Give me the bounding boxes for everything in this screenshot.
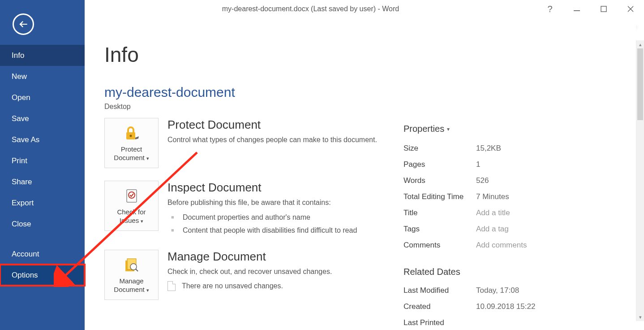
- manage-note-text: There are no unsaved changes.: [182, 282, 283, 290]
- manage-document-button[interactable]: Manage Document▾: [104, 250, 159, 300]
- page-title: Info: [104, 43, 636, 67]
- inspect-bullets: Document properties and author's name Co…: [167, 211, 357, 237]
- prop-key: Last Modified: [404, 286, 476, 295]
- document-location: Desktop: [104, 103, 636, 111]
- vertical-scrollbar[interactable]: ▴ ▾: [636, 40, 644, 321]
- prop-row-created: Created10.09.2018 15:22: [404, 299, 618, 315]
- prop-row-size: Size15,2KB: [404, 140, 618, 156]
- prop-key: Pages: [404, 160, 476, 169]
- properties-heading[interactable]: Properties▾: [404, 124, 618, 134]
- sidebar-item-new[interactable]: New: [0, 66, 85, 87]
- prop-key: Title: [404, 208, 476, 217]
- svg-rect-0: [574, 10, 580, 11]
- sidebar-item-export[interactable]: Export: [0, 192, 85, 213]
- prop-val: Today, 17:08: [476, 286, 519, 295]
- prop-row-editing-time: Total Editing Time7 Minutes: [404, 189, 618, 205]
- document-check-icon: [123, 187, 141, 205]
- check-button-label: Check for Issues▾: [107, 208, 156, 225]
- inspect-bullet: Document properties and author's name: [167, 211, 357, 224]
- prop-val: Add comments: [476, 241, 527, 250]
- manage-text: Manage Document Check in, check out, and…: [167, 250, 332, 291]
- prop-row-pages: Pages1: [404, 156, 618, 173]
- sidebar-item-label: Close: [12, 220, 31, 229]
- inspect-bullet: Content that people with disabilities fi…: [167, 224, 357, 237]
- svg-point-3: [129, 135, 132, 137]
- prop-key: Words: [404, 176, 476, 185]
- sidebar-item-label: Open: [12, 93, 30, 102]
- scroll-thumb[interactable]: [637, 48, 643, 120]
- prop-val: Add a title: [476, 208, 510, 217]
- main-content: Info my-dearest-document Desktop Protect…: [85, 18, 636, 330]
- sidebar-item-print[interactable]: Print: [0, 150, 85, 171]
- sidebar-item-save[interactable]: Save: [0, 108, 85, 129]
- protect-title: Protect Document: [167, 118, 377, 132]
- prop-key: Tags: [404, 225, 476, 234]
- prop-row-last-modified: Last ModifiedToday, 17:08: [404, 282, 618, 299]
- prop-key: Size: [404, 144, 476, 153]
- inspect-title: Inspect Document: [167, 181, 357, 195]
- sidebar-item-open[interactable]: Open: [0, 87, 85, 108]
- inspect-text: Inspect Document Before publishing this …: [167, 181, 357, 237]
- manage-button-label: Manage Document▾: [107, 277, 156, 294]
- prop-val: 7 Minutes: [476, 192, 509, 201]
- sidebar-item-label: Account: [12, 250, 39, 259]
- window-title: my-dearest-document.docx (Last saved by …: [85, 5, 537, 13]
- prop-row-comments[interactable]: CommentsAdd comments: [404, 237, 618, 253]
- backstage-sidebar: Info New Open Save Save As Print Share E…: [0, 0, 85, 330]
- manage-desc: Check in, check out, and recover unsaved…: [167, 266, 332, 277]
- svg-point-5: [129, 192, 135, 198]
- scroll-down-arrow[interactable]: ▾: [636, 313, 644, 321]
- document-name[interactable]: my-dearest-document: [104, 85, 636, 100]
- svg-rect-1: [601, 6, 606, 12]
- sidebar-item-label: Share: [12, 178, 32, 187]
- help-icon[interactable]: ?: [537, 0, 563, 18]
- check-for-issues-button[interactable]: Check for Issues▾: [104, 181, 159, 231]
- inspect-desc: Before publishing this file, be aware th…: [167, 197, 357, 208]
- sidebar-item-label: Info: [12, 51, 24, 60]
- sidebar-item-label: New: [12, 72, 27, 81]
- related-dates-heading: Related Dates: [404, 267, 618, 277]
- prop-key: Total Editing Time: [404, 192, 476, 201]
- document-stack-icon: [123, 256, 141, 274]
- maximize-button[interactable]: [590, 0, 617, 18]
- back-button[interactable]: [13, 13, 34, 35]
- properties-panel: Properties▾ Size15,2KB Pages1 Words526 T…: [404, 124, 618, 330]
- protect-document-button[interactable]: Protect Document▾: [104, 118, 159, 168]
- manage-title: Manage Document: [167, 250, 332, 264]
- close-button[interactable]: [617, 0, 644, 18]
- protect-button-label: Protect Document▾: [107, 145, 156, 162]
- prop-val: 15,2KB: [476, 144, 501, 153]
- sidebar-item-account[interactable]: Account: [0, 243, 85, 265]
- prop-val: 526: [476, 176, 489, 185]
- sidebar-item-label: Options: [12, 271, 38, 280]
- page-icon: [167, 281, 176, 291]
- sidebar-item-saveas[interactable]: Save As: [0, 129, 85, 150]
- sidebar-item-share[interactable]: Share: [0, 171, 85, 192]
- titlebar: my-dearest-document.docx (Last saved by …: [85, 0, 644, 18]
- prop-val: 10.09.2018 15:22: [476, 302, 535, 311]
- sidebar-item-label: Save: [12, 114, 29, 123]
- svg-point-8: [130, 264, 137, 270]
- prop-key: Created: [404, 302, 476, 311]
- prop-row-title[interactable]: TitleAdd a title: [404, 205, 618, 221]
- prop-row-words: Words526: [404, 173, 618, 189]
- prop-val: Add a tag: [476, 225, 509, 234]
- sidebar-item-close[interactable]: Close: [0, 213, 85, 234]
- prop-key: Last Printed: [404, 318, 476, 327]
- sidebar-item-options[interactable]: Options: [0, 265, 85, 286]
- prop-key: Comments: [404, 241, 476, 250]
- manage-note: There are no unsaved changes.: [167, 281, 332, 291]
- prop-val: 1: [476, 160, 480, 169]
- scroll-up-arrow[interactable]: ▴: [636, 40, 644, 48]
- sidebar-item-info[interactable]: Info: [0, 45, 85, 66]
- prop-row-last-printed: Last Printed: [404, 315, 618, 330]
- sidebar-item-label: Save As: [12, 135, 39, 144]
- window-controls: ?: [537, 0, 644, 18]
- sidebar-item-label: Print: [12, 156, 27, 165]
- lock-icon: [123, 124, 141, 143]
- protect-desc: Control what types of changes people can…: [167, 135, 377, 145]
- sidebar-item-label: Export: [12, 199, 34, 208]
- prop-row-tags[interactable]: TagsAdd a tag: [404, 221, 618, 237]
- protect-text: Protect Document Control what types of c…: [167, 118, 377, 145]
- minimize-button[interactable]: [563, 0, 590, 18]
